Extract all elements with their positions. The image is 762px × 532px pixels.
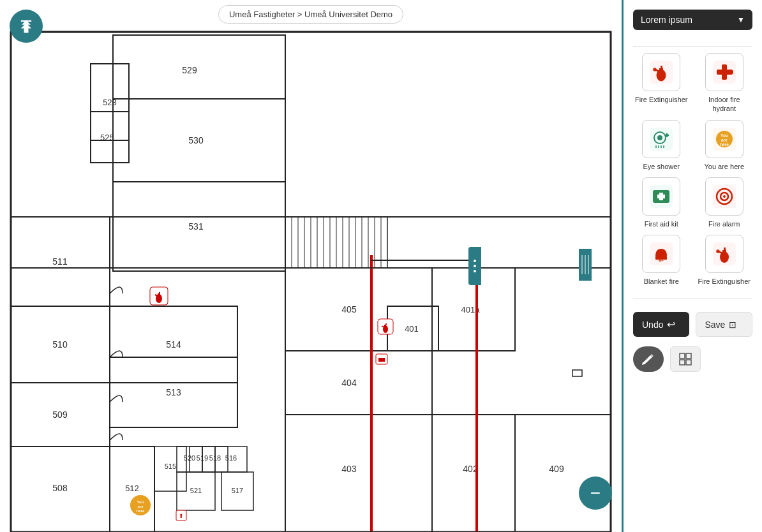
you-are-here-label: You are here: [704, 162, 744, 171]
sidebar-actions: Undo ↩ Save ⊡: [633, 312, 752, 337]
icon-item-fire-extinguisher[interactable]: Fire Extinguisher: [633, 53, 690, 114]
icon-box-you-are-here[interactable]: You are here: [705, 120, 743, 158]
indoor-fire-hydrant-icon: [713, 61, 736, 84]
bottom-tools: [633, 346, 752, 372]
fab-button[interactable]: −: [579, 477, 612, 510]
svg-text:512: 512: [125, 484, 139, 493]
icon-box-blanket-fire[interactable]: BF: [642, 235, 680, 273]
icon-item-fire-alarm[interactable]: Fire alarm: [696, 177, 753, 228]
svg-text:here: here: [137, 509, 145, 513]
fire-extinguisher-icon: [650, 61, 673, 84]
fire-alarm-icon: [713, 185, 736, 208]
save-label: Save: [705, 320, 726, 330]
floorplan-area[interactable]: Umeå Fastigheter > Umeå Universitet Demo…: [0, 0, 622, 532]
icon-item-indoor-fire-hydrant[interactable]: Indoor fire hydrant: [696, 53, 753, 114]
svg-text:515: 515: [165, 462, 176, 470]
blanket-fire-icon: BF: [650, 242, 673, 265]
fire-alarm-label: Fire alarm: [708, 219, 740, 228]
icon-box-fire-alarm[interactable]: [705, 177, 743, 216]
icon-item-blanket-fire[interactable]: BF Blanket fire: [633, 235, 690, 286]
first-aid-kit-label: First aid kit: [645, 219, 678, 228]
icon-box-fire-extinguisher-2[interactable]: [705, 235, 743, 273]
icon-item-first-aid-kit[interactable]: First aid kit: [633, 177, 690, 228]
breadcrumb: Umeå Fastigheter > Umeå Universitet Demo: [218, 5, 403, 24]
svg-rect-136: [680, 353, 685, 358]
icon-box-fire-extinguisher[interactable]: [642, 53, 680, 91]
svg-rect-89: [378, 358, 385, 362]
indoor-fire-hydrant-label: Indoor fire hydrant: [696, 95, 753, 114]
save-button[interactable]: Save ⊡: [696, 312, 753, 337]
svg-text:⬆: ⬆: [179, 513, 184, 519]
lorem-ipsum-dropdown[interactable]: Lorem ipsum ▼: [633, 10, 752, 30]
blanket-fire-label: Blanket fire: [644, 277, 679, 286]
svg-text:403: 403: [341, 464, 357, 474]
svg-text:508: 508: [52, 483, 68, 493]
icon-box-eye-shower[interactable]: [642, 120, 680, 158]
svg-text:529: 529: [182, 65, 197, 75]
svg-rect-134: [724, 248, 726, 250]
sidebar-handle[interactable]: [468, 247, 481, 285]
svg-text:509: 509: [52, 410, 68, 420]
floorplan-svg: 529 523 525 530 531 511 510 514 513 509: [0, 0, 622, 532]
svg-rect-139: [686, 360, 691, 365]
undo-button[interactable]: Undo ↩: [633, 312, 689, 337]
svg-rect-123: [657, 195, 665, 198]
svg-text:516: 516: [225, 454, 237, 462]
svg-text:530: 530: [188, 135, 204, 145]
svg-text:531: 531: [188, 221, 204, 232]
pencil-tool[interactable]: [633, 346, 664, 372]
svg-rect-83: [159, 292, 160, 294]
undo-label: Undo: [642, 320, 663, 330]
svg-text:are: are: [137, 505, 144, 508]
svg-point-127: [723, 195, 726, 198]
svg-text:401: 401: [405, 324, 419, 334]
svg-rect-138: [680, 360, 685, 365]
svg-rect-137: [686, 353, 691, 358]
fire-extinguisher-label: Fire Extinguisher: [635, 95, 688, 104]
eye-shower-icon: [650, 128, 673, 151]
svg-text:here: here: [720, 142, 729, 147]
icon-box-first-aid-kit[interactable]: [642, 177, 680, 216]
svg-text:513: 513: [166, 387, 181, 397]
icon-item-you-are-here[interactable]: You are here You are here: [696, 120, 753, 171]
pencil-icon: [641, 352, 655, 366]
upload-icon: [17, 17, 35, 35]
svg-text:409: 409: [549, 464, 564, 474]
eye-shower-label: Eye shower: [643, 162, 680, 171]
svg-text:You: You: [721, 133, 728, 138]
svg-text:510: 510: [52, 339, 68, 350]
svg-text:You: You: [137, 500, 144, 504]
svg-text:are: are: [721, 138, 728, 142]
undo-icon: ↩: [667, 318, 675, 330]
divider-1: [633, 46, 752, 47]
svg-text:517: 517: [232, 487, 243, 494]
svg-text:404: 404: [341, 378, 357, 388]
you-are-here-icon: You are here: [713, 128, 736, 151]
svg-text:BF: BF: [659, 258, 664, 262]
svg-rect-100: [661, 66, 662, 68]
divider-2: [633, 299, 752, 299]
fire-extinguisher-2-icon: [713, 242, 736, 265]
svg-text:521: 521: [190, 487, 202, 494]
icon-grid: Fire Extinguisher Indoor fire hydrant: [633, 53, 752, 286]
layout-tool[interactable]: [670, 346, 701, 372]
svg-text:525: 525: [100, 133, 114, 142]
save-icon: ⊡: [729, 320, 736, 330]
dropdown-label: Lorem ipsum: [641, 15, 692, 25]
svg-rect-86: [384, 325, 386, 327]
icon-item-fire-extinguisher-2[interactable]: Fire Extinguisher: [696, 235, 753, 286]
sidebar: Lorem ipsum ▼ Fire Extinguisher: [622, 0, 762, 532]
upload-button[interactable]: [10, 10, 43, 43]
icon-box-indoor-fire-hydrant[interactable]: [705, 53, 743, 91]
svg-text:514: 514: [166, 339, 181, 350]
chevron-down-icon: ▼: [737, 15, 745, 24]
svg-point-108: [657, 135, 662, 140]
svg-rect-87: [385, 323, 387, 325]
icon-item-eye-shower[interactable]: Eye shower: [633, 120, 690, 171]
svg-text:405: 405: [341, 304, 357, 314]
fire-extinguisher-2-label: Fire Extinguisher: [698, 277, 751, 286]
svg-text:511: 511: [52, 256, 68, 267]
layout-icon: [678, 352, 692, 366]
first-aid-icon: [650, 185, 673, 208]
